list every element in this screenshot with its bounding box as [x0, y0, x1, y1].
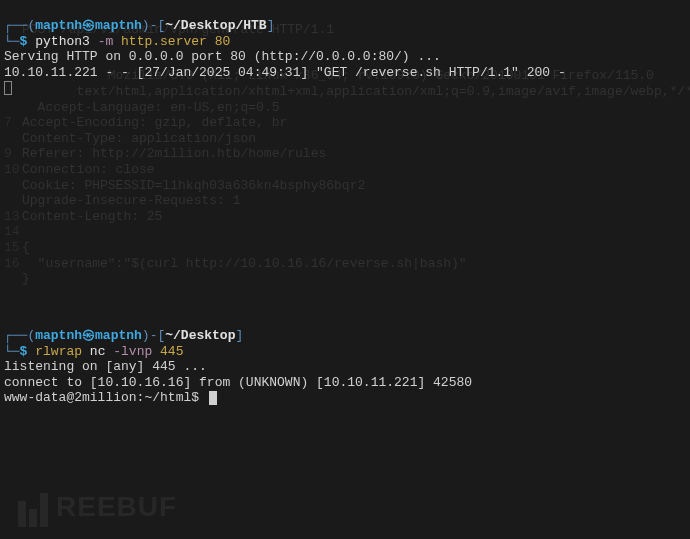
reverse-shell-prompt[interactable]: www-data@2million:~/html$: [4, 390, 686, 406]
shell-command-line[interactable]: └─$ python3 -m http.server 80: [4, 34, 686, 50]
shell-prompt-line: ┌──(maptnh㉿maptnh)-[~/Desktop]: [4, 328, 686, 344]
watermark-bars-icon: [18, 487, 48, 527]
watermark-logo: REEBUF: [18, 487, 177, 527]
watermark-text: REEBUF: [56, 490, 177, 524]
terminal-output: listening on [any] 445 ... connect to [1…: [4, 359, 686, 390]
shell-prompt-line: ┌──(maptnh㉿maptnh)-[~/Desktop/HTB]: [4, 18, 686, 34]
inactive-cursor-icon: [4, 81, 12, 95]
shell-command-line[interactable]: └─$ rlwrap nc -lvnp 445: [4, 344, 686, 360]
terminal-output: Serving HTTP on 0.0.0.0 port 80 (http://…: [4, 49, 686, 96]
terminal-pane-bottom[interactable]: ┌──(maptnh㉿maptnh)-[~/Desktop] └─$ rlwra…: [4, 328, 686, 406]
terminal-pane-top[interactable]: ┌──(maptnh㉿maptnh)-[~/Desktop/HTB] └─$ p…: [4, 18, 686, 96]
active-cursor-icon: [209, 391, 217, 405]
